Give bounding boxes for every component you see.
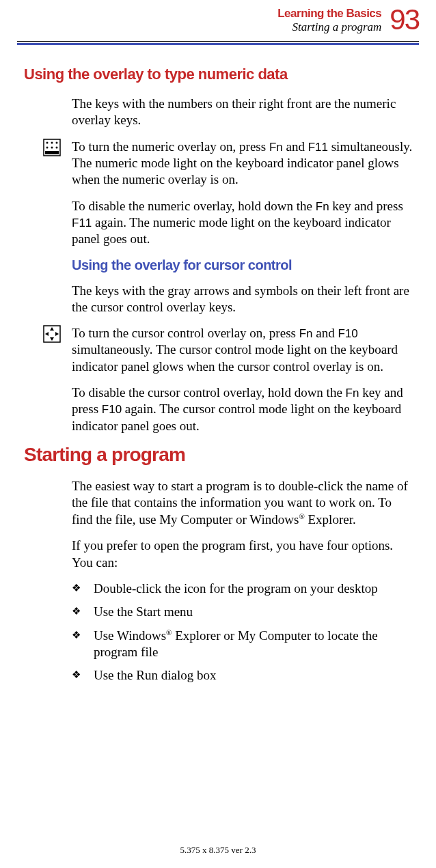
svg-rect-7 xyxy=(45,151,59,154)
para-numeric-intro: The keys with the numbers on their right… xyxy=(72,96,415,129)
page-header: Learning the Basics Starting a program 9… xyxy=(17,7,419,34)
text: To turn the numeric overlay on, press xyxy=(72,139,269,154)
svg-marker-11 xyxy=(45,332,49,336)
options-list: ❖ Double-click the icon for the program … xyxy=(72,580,415,684)
text: again. The numeric mode light on the key… xyxy=(72,215,391,246)
key-f10: F10 xyxy=(102,403,122,416)
diamond-bullet-icon: ❖ xyxy=(72,604,94,619)
text: To disable the cursor control overlay, h… xyxy=(72,385,346,400)
para-four-options: If you prefer to open the program first,… xyxy=(72,537,415,571)
para-numeric-off: To disable the numeric overlay, hold dow… xyxy=(72,198,415,248)
section-subtitle: Starting a program xyxy=(277,20,381,34)
page-content: Using the overlay to type numeric data T… xyxy=(17,66,419,684)
key-fn: Fn xyxy=(346,387,359,400)
list-text: Use the Run dialog box xyxy=(94,667,216,684)
text: To disable the numeric overlay, hold dow… xyxy=(72,199,316,213)
chapter-title: Learning the Basics xyxy=(277,7,381,20)
divider-thin xyxy=(17,41,419,42)
key-fn: Fn xyxy=(316,200,329,213)
svg-marker-12 xyxy=(55,332,59,336)
list-item: ❖ Double-click the icon for the program … xyxy=(72,580,415,597)
svg-point-2 xyxy=(51,141,53,143)
text: Use Windows xyxy=(94,628,166,643)
key-fn: Fn xyxy=(299,327,313,340)
text: Explorer. xyxy=(305,512,356,527)
list-text: Use Windows® Explorer or My Computer to … xyxy=(94,628,415,661)
divider-thick xyxy=(17,43,419,45)
list-item: ❖ Use the Start menu xyxy=(72,604,415,620)
key-f11: F11 xyxy=(308,141,328,154)
text: To turn the cursor control overlay on, p… xyxy=(72,326,299,340)
list-item: ❖ Use Windows® Explorer or My Computer t… xyxy=(72,628,415,661)
page-number: 93 xyxy=(390,7,419,33)
cursor-arrows-icon xyxy=(43,325,61,343)
svg-point-1 xyxy=(46,141,49,143)
header-titles: Learning the Basics Starting a program xyxy=(277,7,381,34)
heading-numeric-overlay: Using the overlay to type numeric data xyxy=(24,66,415,83)
diamond-bullet-icon: ❖ xyxy=(72,580,94,596)
text: The easiest way to start a program is to… xyxy=(72,479,408,527)
key-fn: Fn xyxy=(269,141,283,154)
header-divider xyxy=(17,41,419,45)
heading-cursor-control: Using the overlay for cursor control xyxy=(72,257,415,273)
list-item: ❖ Use the Run dialog box xyxy=(72,667,415,684)
registered-mark: ® xyxy=(299,512,304,520)
para-easiest-way: The easiest way to start a program is to… xyxy=(72,478,415,528)
text: and xyxy=(283,139,308,154)
diamond-bullet-icon: ❖ xyxy=(72,628,94,643)
svg-point-4 xyxy=(46,146,49,148)
list-text: Double-click the icon for the program on… xyxy=(94,580,378,597)
svg-marker-9 xyxy=(50,327,54,331)
icon-row-cursor: To turn the cursor control overlay on, p… xyxy=(24,325,415,375)
diamond-bullet-icon: ❖ xyxy=(72,667,94,683)
key-f10: F10 xyxy=(338,327,357,340)
numeric-keypad-icon xyxy=(43,139,61,156)
para-cursor-off: To disable the cursor control overlay, h… xyxy=(72,384,415,434)
para-cursor-intro: The keys with the gray arrows and symbol… xyxy=(72,283,415,316)
page-footer: 5.375 x 8.375 ver 2.3 xyxy=(0,845,436,856)
text: again. The cursor control mode light on … xyxy=(72,402,401,432)
svg-point-5 xyxy=(51,146,53,148)
text: and xyxy=(313,326,338,340)
key-f11: F11 xyxy=(72,216,92,229)
svg-point-3 xyxy=(56,141,58,143)
svg-point-6 xyxy=(56,146,58,148)
icon-row-numeric: To turn the numeric overlay on, press Fn… xyxy=(24,139,415,188)
para-numeric-on: To turn the numeric overlay on, press Fn… xyxy=(72,139,415,188)
para-cursor-on: To turn the cursor control overlay on, p… xyxy=(72,325,415,375)
list-text: Use the Start menu xyxy=(94,604,193,620)
text: key and press xyxy=(329,199,403,213)
text: simultaneously. The cursor control mode … xyxy=(72,342,398,373)
heading-starting-program: Starting a program xyxy=(24,444,415,466)
svg-marker-10 xyxy=(50,337,54,341)
